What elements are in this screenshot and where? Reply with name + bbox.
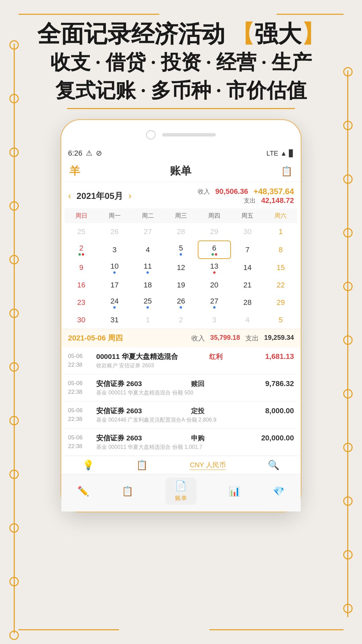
notes-icon[interactable]: 📋	[281, 166, 293, 177]
txn-details: 000011 华夏大盘精选混合 红利 1,681.13 收款账户 安信证券 26…	[96, 352, 294, 369]
weekday-sat: 周六	[264, 210, 297, 221]
weekday-mon: 周一	[98, 210, 131, 221]
cal-day[interactable]: 26	[98, 223, 131, 240]
cal-day[interactable]: 4	[131, 240, 164, 259]
cal-day[interactable]: 10	[98, 259, 131, 276]
cal-day[interactable]: 26	[164, 294, 197, 311]
cal-day[interactable]: 28	[231, 294, 264, 311]
cal-day-today[interactable]: 6	[198, 240, 231, 259]
sel-expense-label: 支出	[245, 334, 259, 343]
nav-item-stats[interactable]: 📊	[229, 486, 240, 497]
txn-name: 安信证券 2603	[96, 406, 142, 416]
nav-item-edit[interactable]: ✏️	[77, 486, 89, 497]
nav-item-records[interactable]: 📋	[122, 486, 133, 497]
phone-camera	[146, 130, 156, 140]
cal-day[interactable]: 24	[98, 294, 131, 311]
bills-icon: 📄	[175, 480, 187, 491]
calendar-header: 周日 周一 周二 周三 周四 周五 周六	[65, 208, 297, 223]
cal-day[interactable]: 31	[98, 311, 131, 329]
diamond-icon: 💎	[273, 486, 285, 497]
transaction-item[interactable]: 05-0622:38 安信证券 2603 赎回 9,786.32 基金 0000…	[65, 374, 297, 401]
currency-selector[interactable]: CNY 人民币	[190, 461, 226, 470]
transaction-item[interactable]: 05-0622:38 安信证券 2603 申购 20,000.00 基金 000…	[65, 429, 297, 456]
transaction-item[interactable]: 05-0622:38 000011 华夏大盘精选混合 红利 1,681.13 收…	[65, 347, 297, 374]
cal-day[interactable]: 29	[198, 223, 231, 240]
list-icon[interactable]: 📋	[136, 460, 148, 471]
txn-tag: 定投	[188, 407, 208, 416]
cal-day[interactable]: 8	[264, 240, 297, 259]
cal-day[interactable]: 29	[264, 294, 297, 311]
cal-day[interactable]: 4	[231, 311, 264, 329]
edit-icon: ✏️	[77, 486, 89, 497]
status-bar: 6:26 ⚠ ⊘ LTE ▲ ▊	[61, 146, 301, 160]
income-label: 收入	[198, 187, 210, 196]
txn-tag: 红利	[206, 352, 226, 361]
app-title: 账单	[170, 164, 191, 178]
txn-name: 安信证券 2603	[96, 433, 142, 443]
cal-day[interactable]: 30	[231, 223, 264, 240]
cal-day[interactable]: 2	[164, 311, 197, 329]
cal-day[interactable]: 3	[98, 240, 131, 259]
txn-sub: 基金 002446 广发利鑫灵活配置混合A 份额 2,806.9	[96, 417, 294, 424]
selected-date: 2021-05-06 周四	[68, 333, 123, 343]
nav-item-premium[interactable]: 💎	[273, 486, 285, 497]
cal-day[interactable]: 22	[264, 276, 297, 294]
cal-day[interactable]: 30	[65, 311, 98, 329]
txn-sub: 基金 000011 华夏大盘精选混合 份额 500	[96, 389, 294, 396]
cal-day[interactable]: 11	[131, 259, 164, 276]
cal-day[interactable]: 1	[131, 311, 164, 329]
bottom-nav: ✏️ 📋 📄 账单 📊 💎	[61, 474, 301, 512]
cal-day[interactable]: 1	[264, 223, 297, 240]
month-nav: ‹ 2021年05月 › 收入 90,506.36 +48,357.64 支出 …	[61, 182, 301, 208]
sel-income-value: 35,799.18	[210, 334, 240, 343]
hero-strong: 强大	[254, 21, 301, 47]
hero-underline	[67, 108, 295, 109]
cal-day[interactable]: 12	[164, 259, 197, 276]
cal-day[interactable]: 5	[264, 311, 297, 329]
cal-day[interactable]: 14	[231, 259, 264, 276]
warning-icon: ⚠	[86, 149, 93, 158]
next-month-button[interactable]: ›	[128, 191, 131, 201]
txn-sub: 收款账户 安信证券 2603	[96, 362, 294, 369]
txn-details: 安信证券 2603 定投 8,000.00 基金 002446 广发利鑫灵活配置…	[96, 406, 294, 424]
nav-item-bills[interactable]: 📄 账单	[166, 478, 196, 505]
cal-day[interactable]: 28	[164, 223, 197, 240]
records-icon: 📋	[122, 486, 133, 497]
cal-day[interactable]: 9	[65, 259, 98, 276]
cal-day[interactable]: 25	[131, 294, 164, 311]
lightbulb-icon[interactable]: 💡	[82, 460, 94, 471]
txn-name: 安信证券 2603	[96, 379, 142, 388]
signal-bars-icon: ▲	[280, 150, 287, 157]
cal-day[interactable]: 13	[198, 259, 231, 276]
cal-day[interactable]: 3	[198, 311, 231, 329]
cal-day[interactable]: 27	[198, 294, 231, 311]
cal-day[interactable]: 20	[198, 276, 231, 294]
cal-day[interactable]: 18	[131, 276, 164, 294]
sel-income-label: 收入	[191, 334, 205, 343]
cal-day[interactable]: 23	[65, 294, 98, 311]
txn-amount: 20,000.00	[254, 434, 294, 442]
cal-day[interactable]: 17	[98, 276, 131, 294]
cal-day[interactable]: 27	[131, 223, 164, 240]
cal-day[interactable]: 16	[65, 276, 98, 294]
cal-day[interactable]: 5	[164, 240, 197, 259]
cal-day[interactable]: 19	[164, 276, 197, 294]
status-time: 6:26	[68, 149, 82, 158]
prev-month-button[interactable]: ‹	[68, 191, 71, 201]
txn-name: 000011 华夏大盘精选混合	[96, 352, 178, 361]
transaction-list: 05-0622:38 000011 华夏大盘精选混合 红利 1,681.13 收…	[61, 347, 301, 456]
cal-day[interactable]: 15	[264, 259, 297, 276]
txn-date: 05-0622:38	[68, 352, 92, 369]
cal-day[interactable]: 25	[65, 223, 98, 240]
cal-day[interactable]: 7	[231, 240, 264, 259]
sel-expense-value: 19,259.34	[264, 334, 294, 343]
transaction-item[interactable]: 05-0622:38 安信证券 2603 定投 8,000.00 基金 0024…	[65, 401, 297, 429]
txn-date: 05-0622:38	[68, 379, 92, 396]
cal-day[interactable]: 2	[65, 240, 98, 259]
search-icon[interactable]: 🔍	[268, 460, 280, 471]
phone-top-bar	[61, 130, 301, 146]
cal-day[interactable]: 21	[231, 276, 264, 294]
month-stats: 收入 90,506.36 +48,357.64 支出 42,148.72	[198, 187, 294, 205]
txn-details: 安信证券 2603 申购 20,000.00 基金 000011 华夏大盘精选混…	[96, 433, 294, 451]
calendar-grid: 25 26 27 28 29 30 1 2 3 4 5 6 7 8	[65, 223, 297, 329]
